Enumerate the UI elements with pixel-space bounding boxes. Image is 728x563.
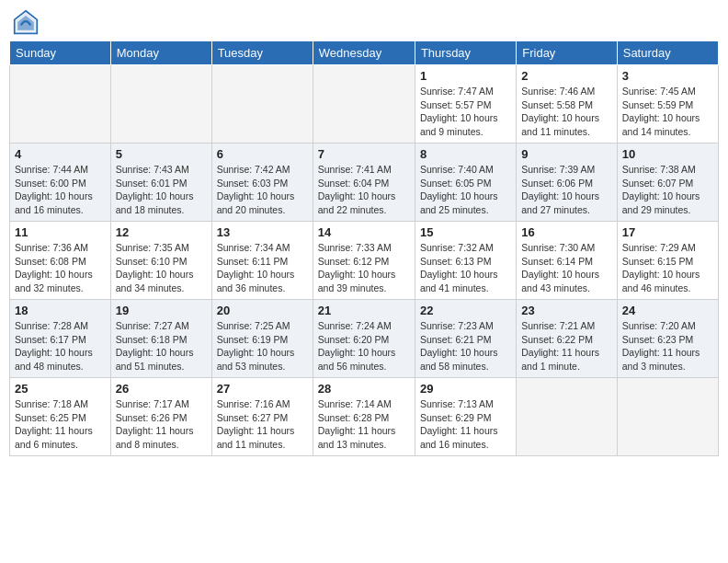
logo-icon bbox=[13, 9, 39, 35]
column-header-tuesday: Tuesday bbox=[211, 41, 313, 65]
day-info: Sunrise: 7:28 AM Sunset: 6:17 PM Dayligh… bbox=[15, 319, 106, 373]
day-number: 20 bbox=[217, 304, 308, 317]
day-info: Sunrise: 7:45 AM Sunset: 5:59 PM Dayligh… bbox=[622, 85, 713, 139]
day-info: Sunrise: 7:17 AM Sunset: 6:26 PM Dayligh… bbox=[116, 397, 207, 452]
day-number: 25 bbox=[15, 382, 106, 396]
calendar-cell: 11Sunrise: 7:36 AM Sunset: 6:08 PM Dayli… bbox=[10, 222, 111, 300]
day-number: 11 bbox=[15, 225, 106, 239]
calendar-cell: 26Sunrise: 7:17 AM Sunset: 6:26 PM Dayli… bbox=[110, 378, 211, 456]
day-number: 27 bbox=[217, 382, 308, 396]
calendar-cell: 10Sunrise: 7:38 AM Sunset: 6:07 PM Dayli… bbox=[617, 144, 718, 222]
calendar-cell: 28Sunrise: 7:14 AM Sunset: 6:28 PM Dayli… bbox=[313, 378, 415, 456]
day-number: 29 bbox=[420, 382, 511, 396]
day-number: 1 bbox=[420, 69, 511, 83]
calendar-cell bbox=[517, 378, 617, 456]
day-info: Sunrise: 7:36 AM Sunset: 6:08 PM Dayligh… bbox=[15, 241, 106, 295]
day-info: Sunrise: 7:29 AM Sunset: 6:15 PM Dayligh… bbox=[622, 241, 713, 295]
column-header-saturday: Saturday bbox=[617, 41, 718, 65]
day-number: 15 bbox=[420, 225, 511, 239]
day-number: 3 bbox=[622, 69, 713, 83]
day-info: Sunrise: 7:44 AM Sunset: 6:00 PM Dayligh… bbox=[15, 163, 106, 217]
day-info: Sunrise: 7:35 AM Sunset: 6:10 PM Dayligh… bbox=[116, 241, 207, 295]
day-info: Sunrise: 7:16 AM Sunset: 6:27 PM Dayligh… bbox=[217, 397, 308, 452]
column-header-thursday: Thursday bbox=[415, 41, 516, 65]
calendar-cell: 19Sunrise: 7:27 AM Sunset: 6:18 PM Dayli… bbox=[110, 300, 211, 378]
day-number: 6 bbox=[217, 147, 308, 161]
day-number: 8 bbox=[420, 147, 511, 161]
calendar-cell: 4Sunrise: 7:44 AM Sunset: 6:00 PM Daylig… bbox=[10, 144, 111, 222]
calendar-cell bbox=[313, 65, 415, 144]
day-info: Sunrise: 7:20 AM Sunset: 6:23 PM Dayligh… bbox=[622, 319, 713, 373]
day-info: Sunrise: 7:27 AM Sunset: 6:18 PM Dayligh… bbox=[116, 319, 207, 373]
column-header-wednesday: Wednesday bbox=[313, 41, 415, 65]
day-number: 19 bbox=[116, 304, 207, 317]
day-number: 12 bbox=[116, 225, 207, 239]
day-info: Sunrise: 7:21 AM Sunset: 6:22 PM Dayligh… bbox=[521, 319, 611, 373]
calendar-cell bbox=[110, 65, 211, 144]
calendar-cell: 13Sunrise: 7:34 AM Sunset: 6:11 PM Dayli… bbox=[211, 222, 313, 300]
day-info: Sunrise: 7:41 AM Sunset: 6:04 PM Dayligh… bbox=[318, 163, 410, 217]
day-number: 16 bbox=[521, 225, 611, 239]
day-info: Sunrise: 7:13 AM Sunset: 6:29 PM Dayligh… bbox=[420, 397, 511, 452]
calendar-cell: 20Sunrise: 7:25 AM Sunset: 6:19 PM Dayli… bbox=[211, 300, 313, 378]
calendar-cell: 6Sunrise: 7:42 AM Sunset: 6:03 PM Daylig… bbox=[211, 144, 313, 222]
day-info: Sunrise: 7:40 AM Sunset: 6:05 PM Dayligh… bbox=[420, 163, 511, 217]
calendar-week-row: 18Sunrise: 7:28 AM Sunset: 6:17 PM Dayli… bbox=[10, 300, 719, 378]
day-number: 4 bbox=[15, 147, 106, 161]
day-number: 22 bbox=[420, 304, 511, 317]
day-number: 5 bbox=[116, 147, 207, 161]
day-number: 2 bbox=[521, 69, 611, 83]
day-info: Sunrise: 7:47 AM Sunset: 5:57 PM Dayligh… bbox=[420, 85, 511, 139]
calendar-week-row: 4Sunrise: 7:44 AM Sunset: 6:00 PM Daylig… bbox=[10, 144, 719, 222]
day-number: 17 bbox=[622, 225, 713, 239]
calendar-cell: 15Sunrise: 7:32 AM Sunset: 6:13 PM Dayli… bbox=[415, 222, 516, 300]
calendar-cell: 1Sunrise: 7:47 AM Sunset: 5:57 PM Daylig… bbox=[415, 65, 516, 144]
day-info: Sunrise: 7:38 AM Sunset: 6:07 PM Dayligh… bbox=[622, 163, 713, 217]
calendar-cell: 21Sunrise: 7:24 AM Sunset: 6:20 PM Dayli… bbox=[313, 300, 415, 378]
day-number: 10 bbox=[622, 147, 713, 161]
day-info: Sunrise: 7:14 AM Sunset: 6:28 PM Dayligh… bbox=[318, 397, 410, 452]
calendar-cell: 12Sunrise: 7:35 AM Sunset: 6:10 PM Dayli… bbox=[110, 222, 211, 300]
calendar-cell bbox=[211, 65, 313, 144]
calendar-cell bbox=[10, 65, 111, 144]
day-info: Sunrise: 7:23 AM Sunset: 6:21 PM Dayligh… bbox=[420, 319, 511, 373]
calendar-cell: 5Sunrise: 7:43 AM Sunset: 6:01 PM Daylig… bbox=[110, 144, 211, 222]
day-number: 23 bbox=[521, 304, 611, 317]
day-info: Sunrise: 7:42 AM Sunset: 6:03 PM Dayligh… bbox=[217, 163, 308, 217]
column-header-sunday: Sunday bbox=[10, 41, 111, 65]
day-info: Sunrise: 7:32 AM Sunset: 6:13 PM Dayligh… bbox=[420, 241, 511, 295]
calendar-cell: 8Sunrise: 7:40 AM Sunset: 6:05 PM Daylig… bbox=[415, 144, 516, 222]
day-info: Sunrise: 7:39 AM Sunset: 6:06 PM Dayligh… bbox=[521, 163, 611, 217]
column-header-monday: Monday bbox=[110, 41, 211, 65]
logo bbox=[13, 9, 40, 35]
calendar-cell: 3Sunrise: 7:45 AM Sunset: 5:59 PM Daylig… bbox=[617, 65, 718, 144]
calendar-header-row: SundayMondayTuesdayWednesdayThursdayFrid… bbox=[10, 41, 719, 65]
calendar-cell: 2Sunrise: 7:46 AM Sunset: 5:58 PM Daylig… bbox=[517, 65, 617, 144]
day-number: 14 bbox=[318, 225, 410, 239]
day-number: 28 bbox=[318, 382, 410, 396]
calendar-cell: 22Sunrise: 7:23 AM Sunset: 6:21 PM Dayli… bbox=[415, 300, 516, 378]
calendar-cell: 14Sunrise: 7:33 AM Sunset: 6:12 PM Dayli… bbox=[313, 222, 415, 300]
calendar-cell: 25Sunrise: 7:18 AM Sunset: 6:25 PM Dayli… bbox=[10, 378, 111, 456]
day-number: 7 bbox=[318, 147, 410, 161]
day-number: 24 bbox=[622, 304, 713, 317]
column-header-friday: Friday bbox=[517, 41, 617, 65]
calendar-cell: 24Sunrise: 7:20 AM Sunset: 6:23 PM Dayli… bbox=[617, 300, 718, 378]
day-number: 13 bbox=[217, 225, 308, 239]
calendar-table: SundayMondayTuesdayWednesdayThursdayFrid… bbox=[9, 40, 719, 456]
day-number: 21 bbox=[318, 304, 410, 317]
calendar-week-row: 1Sunrise: 7:47 AM Sunset: 5:57 PM Daylig… bbox=[10, 65, 719, 144]
calendar-week-row: 11Sunrise: 7:36 AM Sunset: 6:08 PM Dayli… bbox=[10, 222, 719, 300]
calendar-cell: 17Sunrise: 7:29 AM Sunset: 6:15 PM Dayli… bbox=[617, 222, 718, 300]
day-info: Sunrise: 7:43 AM Sunset: 6:01 PM Dayligh… bbox=[116, 163, 207, 217]
calendar-cell: 27Sunrise: 7:16 AM Sunset: 6:27 PM Dayli… bbox=[211, 378, 313, 456]
day-number: 26 bbox=[116, 382, 207, 396]
day-info: Sunrise: 7:46 AM Sunset: 5:58 PM Dayligh… bbox=[521, 85, 611, 139]
day-info: Sunrise: 7:18 AM Sunset: 6:25 PM Dayligh… bbox=[15, 397, 106, 452]
day-info: Sunrise: 7:30 AM Sunset: 6:14 PM Dayligh… bbox=[521, 241, 611, 295]
calendar-cell: 16Sunrise: 7:30 AM Sunset: 6:14 PM Dayli… bbox=[517, 222, 617, 300]
day-info: Sunrise: 7:25 AM Sunset: 6:19 PM Dayligh… bbox=[217, 319, 308, 373]
day-number: 9 bbox=[521, 147, 611, 161]
calendar-cell: 29Sunrise: 7:13 AM Sunset: 6:29 PM Dayli… bbox=[415, 378, 516, 456]
day-info: Sunrise: 7:34 AM Sunset: 6:11 PM Dayligh… bbox=[217, 241, 308, 295]
